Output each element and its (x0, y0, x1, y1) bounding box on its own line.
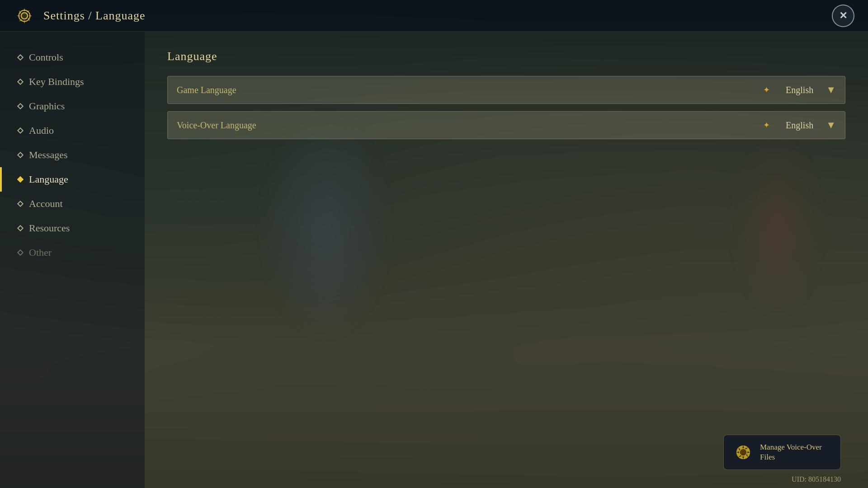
diamond-icon-graphics (17, 103, 24, 109)
voice-over-language-label: Voice-Over Language (177, 120, 763, 131)
sidebar-label-other: Other (29, 247, 52, 258)
sidebar-label-messages: Messages (29, 149, 68, 161)
diamond-icon-audio (17, 127, 24, 134)
game-language-value-group: ✦ English ▼ (763, 84, 836, 96)
diamond-icon-key-bindings (17, 79, 24, 85)
voice-over-language-value-group: ✦ English ▼ (763, 119, 836, 131)
sidebar-item-account[interactable]: Account (0, 192, 145, 216)
sidebar-item-language[interactable]: Language (0, 167, 145, 192)
sidebar-item-audio[interactable]: Audio (0, 118, 145, 143)
game-language-chevron-icon: ▼ (826, 84, 836, 96)
main-content: Language Game Language ✦ English ▼ Voice… (145, 32, 868, 488)
uid-display: UID: 805184130 (792, 475, 841, 483)
sidebar-label-account: Account (29, 198, 63, 210)
content-title: Language (167, 50, 845, 63)
game-language-dropdown[interactable]: Game Language ✦ English ▼ (167, 76, 845, 104)
sidebar-item-messages[interactable]: Messages (0, 143, 145, 167)
manage-text-line1: Manage Voice-Over (760, 442, 822, 452)
manage-text: Manage Voice-Over Files (760, 442, 822, 462)
diamond-icon-resources (17, 225, 24, 231)
svg-point-0 (21, 12, 28, 19)
svg-point-3 (740, 449, 746, 455)
voice-over-language-dropdown[interactable]: Voice-Over Language ✦ English ▼ (167, 111, 845, 139)
sidebar-item-resources[interactable]: Resources (0, 216, 145, 240)
voice-over-language-chevron-icon: ▼ (826, 119, 836, 131)
sidebar-label-controls: Controls (29, 52, 63, 63)
manage-gear-icon (734, 443, 753, 462)
sidebar-label-language: Language (29, 174, 68, 185)
close-button[interactable]: ✕ (832, 5, 854, 27)
manage-voice-over-button[interactable]: Manage Voice-Over Files (723, 435, 841, 470)
diamond-icon-account (17, 201, 24, 207)
game-language-value: English (777, 85, 813, 95)
diamond-icon-messages (17, 152, 24, 158)
sidebar-label-key-bindings: Key Bindings (29, 76, 84, 88)
settings-gear-icon (14, 5, 35, 27)
sidebar-label-resources: Resources (29, 222, 70, 234)
sidebar-label-graphics: Graphics (29, 100, 65, 112)
voice-over-language-star-icon: ✦ (763, 120, 770, 130)
diamond-icon-language (17, 176, 24, 183)
sidebar-label-audio: Audio (29, 125, 54, 136)
game-language-label: Game Language (177, 85, 763, 95)
diamond-icon-other (17, 249, 24, 256)
sidebar-item-graphics[interactable]: Graphics (0, 94, 145, 118)
sidebar-item-controls[interactable]: Controls (0, 45, 145, 70)
header-title: Settings / Language (43, 9, 146, 23)
diamond-icon-controls (17, 54, 24, 61)
voice-over-language-value: English (777, 120, 813, 131)
sidebar-item-key-bindings[interactable]: Key Bindings (0, 70, 145, 94)
game-language-star-icon: ✦ (763, 85, 770, 95)
sidebar: Controls Key Bindings Graphics Audio Mes… (0, 32, 145, 488)
settings-panel: Settings / Language ✕ Controls Key Bindi… (0, 0, 868, 488)
sidebar-item-other[interactable]: Other (0, 240, 145, 265)
manage-text-line2: Files (760, 452, 822, 462)
header: Settings / Language ✕ (0, 0, 868, 32)
body: Controls Key Bindings Graphics Audio Mes… (0, 32, 868, 488)
